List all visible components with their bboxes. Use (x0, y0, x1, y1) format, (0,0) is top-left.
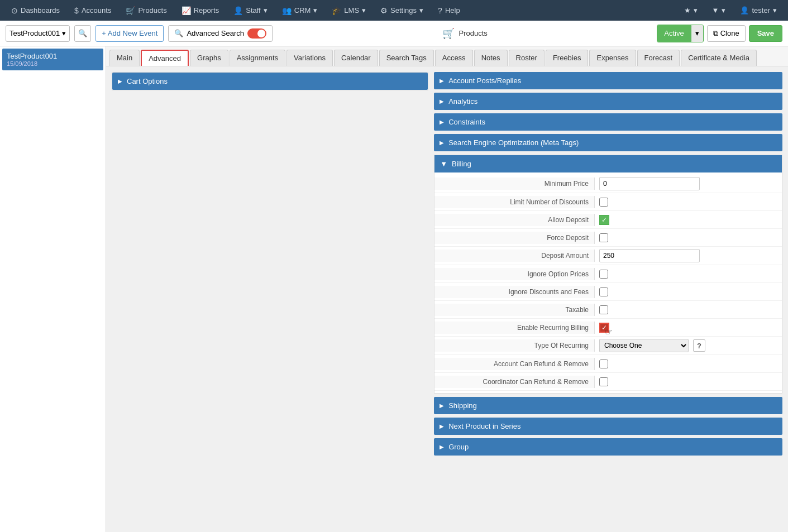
constraints-arrow-icon: ▶ (440, 119, 444, 125)
minimum-price-input[interactable] (599, 177, 700, 190)
save-button[interactable]: Save (749, 25, 782, 42)
taxable-checkbox[interactable] (599, 305, 608, 314)
tab-certificate-media[interactable]: Certificate & Media (681, 50, 757, 66)
nav-reports[interactable]: 📈 Reports (175, 0, 226, 21)
search-button[interactable]: 🔍 (74, 25, 91, 42)
type-recurring-select[interactable]: Choose One (599, 339, 689, 352)
minimum-price-value (595, 175, 782, 193)
nav-filter[interactable]: ▼ ▾ (705, 0, 733, 21)
tab-expenses[interactable]: Expenses (589, 50, 636, 66)
settings-dropdown-icon: ▾ (419, 6, 423, 15)
billing-row-coordinator-refund: Coordinator Can Refund & Remove (434, 373, 782, 391)
nav-settings[interactable]: ⚙ Settings ▾ (374, 0, 430, 21)
lms-dropdown-icon: ▾ (362, 6, 366, 15)
deposit-amount-value (595, 247, 782, 265)
account-refund-label: Account Can Refund & Remove (434, 358, 595, 370)
nav-crm[interactable]: 👥 CRM ▾ (275, 0, 324, 21)
tab-graphs[interactable]: Graphs (190, 50, 228, 66)
billing-section: ▼ Billing Minimum Price (434, 155, 782, 394)
shipping-label: Shipping (448, 401, 477, 410)
settings-icon: ⚙ (380, 6, 388, 15)
active-toggle-button[interactable]: ▾ (691, 25, 703, 42)
tab-notes[interactable]: Notes (474, 50, 508, 66)
nav-accounts[interactable]: $ Accounts (68, 0, 118, 21)
user-dropdown-icon: ▾ (773, 6, 777, 15)
search-icon-adv: 🔍 (174, 29, 183, 37)
ignore-option-prices-label: Ignore Option Prices (434, 268, 595, 280)
sidebar-product-item[interactable]: TestProduct001 15/09/2018 (2, 49, 103, 70)
tab-access[interactable]: Access (435, 50, 473, 66)
cursor-icon: ☞ (605, 327, 613, 337)
billing-header[interactable]: ▼ Billing (434, 155, 782, 172)
minimum-price-label: Minimum Price (434, 178, 595, 190)
account-refund-checkbox[interactable] (599, 360, 608, 368)
billing-row-allow-deposit: Allow Deposit ✓ (434, 211, 782, 229)
billing-row-type-recurring: Type Of Recurring Choose One ? (434, 337, 782, 355)
coordinator-refund-checkbox[interactable] (599, 377, 608, 386)
force-deposit-value (595, 231, 782, 245)
nav-products[interactable]: 🛒 Products (119, 0, 173, 21)
nav-staff[interactable]: 👤 Staff ▾ (227, 0, 274, 21)
tab-calendar[interactable]: Calendar (334, 50, 378, 66)
constraints-header[interactable]: ▶ Constraints (434, 113, 782, 131)
seo-header[interactable]: ▶ Search Engine Optimization (Meta Tags) (434, 134, 782, 151)
billing-row-ignore-option-prices: Ignore Option Prices (434, 265, 782, 283)
limit-discounts-checkbox[interactable] (599, 198, 608, 207)
ignore-option-prices-value (595, 267, 782, 281)
crm-dropdown-icon: ▾ (313, 6, 317, 15)
next-product-header[interactable]: ▶ Next Product in Series (434, 418, 782, 435)
tab-forecast[interactable]: Forecast (637, 50, 680, 66)
add-event-button[interactable]: + Add New Event (95, 25, 164, 42)
billing-row-recurring-billing: Enable Recurring Billing ✓ ☞ (434, 319, 782, 337)
cart-options-header[interactable]: ▶ Cart Options (112, 73, 428, 90)
group-header[interactable]: ▶ Group (434, 438, 782, 456)
tab-main[interactable]: Main (109, 50, 140, 66)
active-button[interactable]: Active (657, 25, 690, 42)
group-label: Group (448, 443, 469, 451)
tab-variations[interactable]: Variations (286, 50, 333, 66)
billing-label: Billing (452, 160, 471, 168)
analytics-arrow-icon: ▶ (440, 98, 444, 104)
account-posts-arrow-icon: ▶ (440, 78, 444, 84)
product-selector[interactable]: TestProduct001 ▾ (6, 25, 70, 42)
type-recurring-value: Choose One ? (595, 337, 782, 354)
tab-freebies[interactable]: Freebies (546, 50, 589, 66)
type-recurring-label: Type Of Recurring (434, 339, 595, 352)
clone-button[interactable]: ⧉ Clone (707, 25, 746, 42)
tab-roster[interactable]: Roster (509, 50, 545, 66)
account-posts-header[interactable]: ▶ Account Posts/Replies (434, 72, 782, 89)
tab-assignments[interactable]: Assignments (230, 50, 285, 66)
sidebar: TestProduct001 15/09/2018 (0, 46, 106, 532)
nav-favorites[interactable]: ★ ▾ (677, 0, 704, 21)
product-selector-dropdown-icon: ▾ (62, 29, 66, 37)
shipping-header[interactable]: ▶ Shipping (434, 397, 782, 414)
allow-deposit-checkbox[interactable]: ✓ (599, 215, 609, 225)
nav-help[interactable]: ? Help (431, 0, 467, 21)
force-deposit-checkbox[interactable] (599, 233, 608, 242)
recurring-billing-checkbox[interactable]: ✓ ☞ (599, 323, 609, 333)
ignore-discounts-fees-checkbox[interactable] (599, 287, 608, 296)
nav-dashboards[interactable]: ⊙ Dashboards (4, 0, 66, 21)
allow-deposit-label: Allow Deposit (434, 214, 595, 226)
ignore-discounts-fees-label: Ignore Discounts and Fees (434, 286, 595, 298)
next-product-label: Next Product in Series (448, 422, 520, 430)
tab-advanced[interactable]: Advanced (141, 50, 189, 66)
advanced-search-toggle[interactable] (247, 28, 266, 39)
recurring-billing-label: Enable Recurring Billing (434, 322, 595, 334)
type-recurring-help-button[interactable]: ? (693, 339, 705, 352)
billing-row-limit-discounts: Limit Number of Discounts (434, 193, 782, 211)
nav-lms[interactable]: 🎓 LMS ▾ (325, 0, 372, 21)
main-layout: TestProduct001 15/09/2018 Main Advanced … (0, 46, 788, 532)
left-column: ▶ Cart Options (112, 72, 428, 526)
advanced-search-button[interactable]: 🔍 Advanced Search (168, 25, 273, 42)
header-actions: Active ▾ ⧉ Clone Save (657, 25, 782, 42)
analytics-header[interactable]: ▶ Analytics (434, 93, 782, 110)
taxable-value (595, 303, 782, 317)
tab-search-tags[interactable]: Search Tags (379, 50, 434, 66)
staff-icon: 👤 (233, 6, 243, 15)
deposit-amount-input[interactable] (599, 249, 700, 262)
nav-user[interactable]: 👤 tester ▾ (733, 0, 784, 21)
cart-options-arrow-icon: ▶ (118, 78, 122, 84)
crm-icon: 👥 (282, 6, 292, 15)
ignore-option-prices-checkbox[interactable] (599, 270, 608, 279)
